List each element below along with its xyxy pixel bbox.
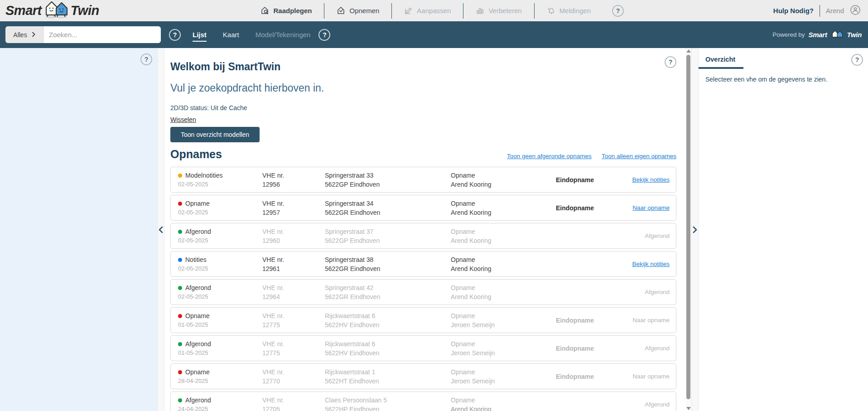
vhe-label: VHE nr. (262, 396, 325, 404)
nav-raadplegen[interactable]: Raadplegen (248, 6, 324, 15)
search-scope-label: Alles (13, 31, 27, 39)
vhe-value: 12705 (262, 406, 325, 411)
opname-row[interactable]: Notities 02-05-2025 VHE nr. 12961 Spring… (170, 251, 676, 277)
chevron-right-icon (693, 226, 697, 233)
person: Arend Kooring (451, 209, 548, 216)
row-address-cell: Rijckwaertstraat 6 5622HV Eindhoven (325, 340, 451, 357)
row-opname-cell: Opname Jeroen Semeijn (451, 312, 548, 329)
tab-model-tekeningen[interactable]: Model/Tekeningen (256, 31, 311, 39)
row-action[interactable]: Bekijk notities (602, 261, 670, 267)
street: Springerstraat 37 (325, 228, 451, 235)
row-address-cell: Claes Persoonslaan 5 5622HP Eindhoven (325, 396, 451, 411)
sidebar-help-button[interactable]: ? (140, 53, 152, 65)
powered-smart-text: Smart (809, 31, 827, 39)
city: 5622GR Eindhoven (325, 209, 451, 216)
status-dot (178, 258, 182, 262)
vhe-value: 12956 (262, 181, 325, 188)
opname-row[interactable]: Opname 01-05-2025 VHE nr. 12775 Rijckwae… (170, 307, 676, 333)
type-label: Opname (451, 312, 548, 319)
row-date: 28-04-2025 (178, 377, 262, 384)
opname-row[interactable]: Opname 02-05-2025 VHE nr. 12957 Springer… (170, 195, 676, 221)
row-address-cell: Springerstraat 34 5622GR Eindhoven (325, 200, 451, 216)
row-vhe-cell: VHE nr. 12775 (262, 312, 325, 329)
status-dot (178, 314, 182, 318)
tabs-help-button[interactable]: ? (318, 29, 330, 41)
help-needed-link[interactable]: Hulp Nodig? (773, 7, 814, 15)
status-dot (178, 174, 182, 178)
street: Rijckwaertstraat 6 (325, 340, 451, 348)
row-opname-cell: Opname Arend Kooring (451, 256, 548, 272)
opname-row[interactable]: Afgerond 01-05-2025 VHE nr. 12775 Rijckw… (170, 335, 676, 361)
user-avatar-icon[interactable] (850, 5, 861, 17)
opname-row[interactable]: Afgerond 02-05-2025 VHE nr. 12960 Spring… (170, 223, 676, 249)
tab-overzicht[interactable]: Overzicht (699, 48, 743, 69)
nav-aanpassen[interactable]: Aanpassen (392, 6, 463, 15)
house-check-icon (337, 6, 345, 15)
row-action[interactable]: Naar opname (602, 204, 670, 211)
row-action: Naar opname (602, 317, 670, 324)
status-dot (178, 202, 182, 206)
question-mark-icon: ? (323, 31, 327, 39)
row-date: 02-05-2025 (178, 237, 262, 244)
user-name: Arend (826, 7, 844, 15)
opname-row[interactable]: Afgerond 02-05-2025 VHE nr. 12964 Spring… (170, 279, 676, 305)
row-action[interactable]: Bekijk notities (602, 176, 670, 183)
scrollbar-track[interactable] (686, 54, 690, 406)
twin-houses-icon (43, 0, 69, 21)
tab-kaart[interactable]: Kaart (223, 31, 239, 39)
logo-smart-text: Smart (5, 3, 42, 18)
row-status-cell: Notities 02-05-2025 (178, 256, 262, 272)
vhe-label: VHE nr. (262, 172, 325, 179)
city: 5622HV Eindhoven (325, 321, 451, 329)
opname-row[interactable]: Opname 28-04-2025 VHE nr. 12770 Rijckwae… (170, 363, 676, 389)
nav-meldingen[interactable]: Meldingen (535, 6, 603, 15)
search-scope-dropdown[interactable]: Alles (5, 26, 43, 43)
type-label: Opname (451, 228, 548, 235)
show-models-button[interactable]: Toon overzicht modellen (170, 127, 260, 142)
row-vhe-cell: VHE nr. 12705 (262, 396, 325, 411)
page-subtitle: Vul je zoekopdracht hierboven in. (170, 82, 680, 94)
row-vhe-cell: VHE nr. 12770 (262, 368, 325, 385)
street: Springerstraat 33 (325, 172, 451, 179)
type-label: Opname (451, 284, 548, 291)
tab-lijst[interactable]: Lijst (193, 31, 207, 42)
vhe-value: 12960 (262, 237, 325, 244)
row-address-cell: Springerstraat 42 5622GR Eindhoven (325, 284, 451, 300)
view-tabs: Lijst Kaart Model/Tekeningen (193, 31, 310, 39)
eind-label: Eindopname (548, 176, 602, 184)
row-action: Afgerond (602, 232, 670, 239)
row-opname-cell: Opname Arend Kooring (451, 172, 548, 188)
panel-help-button[interactable]: ? (851, 54, 863, 66)
row-status-cell: Opname 01-05-2025 (178, 312, 262, 328)
type-label: Opname (451, 256, 548, 263)
content-help-button[interactable]: ? (665, 56, 676, 68)
scroll-up-arrow-icon[interactable] (686, 49, 691, 53)
opname-row[interactable]: Afgerond 24-04-2025 VHE nr. 12705 Claes … (170, 392, 676, 411)
scroll-down-arrow-icon[interactable] (686, 407, 691, 410)
nav-help-button[interactable]: ? (612, 5, 624, 17)
search-bar: Alles (5, 26, 161, 43)
filter-hide-completed-link[interactable]: Toon geen afgeronde opnames (507, 153, 592, 160)
search-help-button[interactable]: ? (169, 29, 181, 41)
nav-opnemen[interactable]: Opnemen (324, 6, 391, 15)
opname-row[interactable]: Modelnotities 02-05-2025 VHE nr. 12956 S… (170, 167, 676, 193)
row-opname-cell: Opname Jeroen Semeijn (451, 340, 548, 357)
panel-empty-message: Selecteer een vhe om de gegevens te zien… (699, 69, 868, 90)
collapse-left-panel-handle[interactable] (157, 48, 164, 411)
search-input[interactable] (43, 26, 161, 43)
nav-verbeteren[interactable]: Verbeteren (463, 6, 534, 15)
person: Jeroen Semeijn (451, 321, 548, 329)
row-address-cell: Rijckwaertstraat 6 5622HV Eindhoven (325, 312, 451, 329)
filter-own-only-link[interactable]: Toon alleen eigen opnames (602, 153, 676, 160)
city: 5622HT Eindhoven (325, 377, 451, 385)
person: Arend Kooring (451, 265, 548, 272)
vhe-label: VHE nr. (262, 256, 325, 263)
nav-label: Verbeteren (488, 7, 521, 15)
eind-label: Eindopname (548, 317, 602, 324)
vertical-scrollbar[interactable] (685, 48, 691, 411)
collapse-right-panel-handle[interactable] (691, 48, 699, 411)
row-vhe-cell: VHE nr. 12957 (262, 200, 325, 216)
wisselen-link[interactable]: Wisselen (170, 116, 196, 123)
row-opname-cell: Opname Arend Kooring (451, 200, 548, 216)
scrollbar-thumb[interactable] (686, 55, 690, 399)
